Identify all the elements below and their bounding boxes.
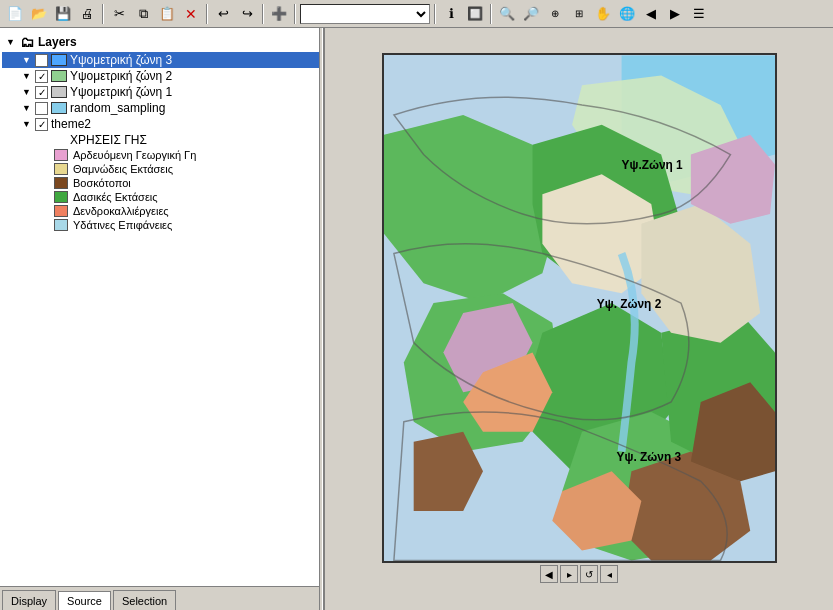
sep4 xyxy=(294,4,296,24)
help-button[interactable]: ☰ xyxy=(688,3,710,25)
layer-zone3[interactable]: ▼ Υψομετρική ζώνη 3 xyxy=(2,52,321,68)
panel-resize-handle[interactable] xyxy=(319,28,323,610)
map-bottom-toolbar: ◀ ▸ ↺ ◂ xyxy=(536,563,622,585)
svg-text:Υψ. Ζώνη 2: Υψ. Ζώνη 2 xyxy=(596,297,661,311)
pan-button[interactable]: ✋ xyxy=(592,3,614,25)
layer-zone2[interactable]: ▼ Υψομετρική ζώνη 2 xyxy=(2,68,321,84)
legend-label-orchards: Δενδροκαλλιέργειες xyxy=(73,205,169,217)
tab-display[interactable]: Display xyxy=(2,590,56,610)
sep3 xyxy=(262,4,264,24)
svg-text:Υψ.Ζώνη 1: Υψ.Ζώνη 1 xyxy=(621,158,683,172)
print-button[interactable]: 🖨 xyxy=(76,3,98,25)
redo-button[interactable]: ↪ xyxy=(236,3,258,25)
find-button[interactable]: 🔲 xyxy=(464,3,486,25)
layer-zone1-name: Υψομετρική ζώνη 1 xyxy=(70,85,317,99)
color-zone2 xyxy=(51,70,67,82)
layer-zone1[interactable]: ▼ Υψομετρική ζώνη 1 xyxy=(2,84,321,100)
expand-theme2-icon[interactable]: ▼ xyxy=(22,119,32,129)
cut-button[interactable]: ✂ xyxy=(108,3,130,25)
forward-button[interactable]: ▶ xyxy=(664,3,686,25)
panel-tabs: Display Source Selection xyxy=(0,586,323,610)
expand-zone1-icon[interactable]: ▼ xyxy=(22,87,32,97)
save-button[interactable]: 💾 xyxy=(52,3,74,25)
tab-selection[interactable]: Selection xyxy=(113,590,176,610)
checkbox-random[interactable] xyxy=(35,102,48,115)
expand-zone3-icon[interactable]: ▼ xyxy=(22,55,32,65)
legend-pasture: Βοσκότοποι xyxy=(2,176,321,190)
main-layout: ▼ 🗂 Layers ▼ Υψομετρική ζώνη 3 ▼ Υψομετρ… xyxy=(0,28,833,610)
layer-theme2-name: theme2 xyxy=(51,117,317,131)
delete-button[interactable]: ✕ xyxy=(180,3,202,25)
sep6 xyxy=(490,4,492,24)
color-zone3 xyxy=(51,54,67,66)
legend-color-forest xyxy=(54,191,68,203)
open-button[interactable]: 📂 xyxy=(28,3,50,25)
map-canvas[interactable]: Υψ.Ζώνη 1 Υψ. Ζώνη 2 Υψ. Ζώνη 3 xyxy=(382,53,777,563)
copy-button[interactable]: ⧉ xyxy=(132,3,154,25)
tab-source[interactable]: Source xyxy=(58,591,111,610)
map-play-button[interactable]: ▸ xyxy=(560,565,578,583)
zoom-in-button[interactable]: 🔍 xyxy=(496,3,518,25)
checkbox-theme2[interactable] xyxy=(35,118,48,131)
undo-button[interactable]: ↩ xyxy=(212,3,234,25)
map-next-button[interactable]: ◂ xyxy=(600,565,618,583)
legend-label-water: Υδάτινες Επιφάνειες xyxy=(73,219,172,231)
layer-random-name: random_sampling xyxy=(70,101,317,115)
color-zone1 xyxy=(51,86,67,98)
layers-folder-icon: 🗂 xyxy=(20,34,34,50)
layer-random[interactable]: ▼ random_sampling xyxy=(2,100,321,116)
paste-button[interactable]: 📋 xyxy=(156,3,178,25)
fixed-zoom-in-button[interactable]: ⊕ xyxy=(544,3,566,25)
globe-button[interactable]: 🌐 xyxy=(616,3,638,25)
layers-tree: ▼ 🗂 Layers ▼ Υψομετρική ζώνη 3 ▼ Υψομετρ… xyxy=(0,28,323,586)
new-button[interactable]: 📄 xyxy=(4,3,26,25)
layer-zone2-name: Υψομετρική ζώνη 2 xyxy=(70,69,317,83)
checkbox-zone3[interactable] xyxy=(35,54,48,67)
color-random xyxy=(51,102,67,114)
legend-color-pasture xyxy=(54,177,68,189)
expand-layers-icon[interactable]: ▼ xyxy=(6,37,16,47)
full-extent-button[interactable]: ⊞ xyxy=(568,3,590,25)
sep1 xyxy=(102,4,104,24)
legend-label-forest: Δασικές Εκτάσεις xyxy=(73,191,158,203)
sep5 xyxy=(434,4,436,24)
layer-zone3-name: Υψομετρική ζώνη 3 xyxy=(70,53,317,67)
main-toolbar: 📄 📂 💾 🖨 ✂ ⧉ 📋 ✕ ↩ ↪ ➕ ℹ 🔲 🔍 🔎 ⊕ ⊞ ✋ 🌐 ◀ … xyxy=(0,0,833,28)
sep2 xyxy=(206,4,208,24)
legend-color-water xyxy=(54,219,68,231)
zoom-out-button[interactable]: 🔎 xyxy=(520,3,542,25)
legend-color-irrigated xyxy=(54,149,68,161)
legend-color-shrubs xyxy=(54,163,68,175)
legend-label-shrubs: Θαμνώδεις Εκτάσεις xyxy=(73,163,173,175)
checkbox-zone2[interactable] xyxy=(35,70,48,83)
layers-title: Layers xyxy=(38,35,77,49)
map-svg: Υψ.Ζώνη 1 Υψ. Ζώνη 2 Υψ. Ζώνη 3 xyxy=(384,55,775,561)
legend-color-orchards xyxy=(54,205,68,217)
legend-forest: Δασικές Εκτάσεις xyxy=(2,190,321,204)
layers-header: ▼ 🗂 Layers xyxy=(2,32,321,52)
layer-dropdown[interactable] xyxy=(300,4,430,24)
expand-random-icon[interactable]: ▼ xyxy=(22,103,32,113)
legend-shrubs: Θαμνώδεις Εκτάσεις xyxy=(2,162,321,176)
map-refresh-button[interactable]: ↺ xyxy=(580,565,598,583)
theme2-sublabel-text: ΧΡΗΣΕΙΣ ΓΗΣ xyxy=(70,133,147,147)
expand-zone2-icon[interactable]: ▼ xyxy=(22,71,32,81)
legend-label-irrigated: Αρδευόμενη Γεωργική Γη xyxy=(73,149,196,161)
theme2-sublabel: ΧΡΗΣΕΙΣ ΓΗΣ xyxy=(2,132,321,148)
map-prev-button[interactable]: ◀ xyxy=(540,565,558,583)
add-data-button[interactable]: ➕ xyxy=(268,3,290,25)
layer-theme2[interactable]: ▼ theme2 xyxy=(2,116,321,132)
legend-orchards: Δενδροκαλλιέργειες xyxy=(2,204,321,218)
map-area: Υψ.Ζώνη 1 Υψ. Ζώνη 2 Υψ. Ζώνη 3 ◀ ▸ ↺ ◂ xyxy=(325,28,833,610)
back-button[interactable]: ◀ xyxy=(640,3,662,25)
checkbox-zone1[interactable] xyxy=(35,86,48,99)
legend-water: Υδάτινες Επιφάνειες xyxy=(2,218,321,232)
legend-irrigated: Αρδευόμενη Γεωργική Γη xyxy=(2,148,321,162)
svg-text:Υψ. Ζώνη 3: Υψ. Ζώνη 3 xyxy=(616,450,681,464)
layers-panel: ▼ 🗂 Layers ▼ Υψομετρική ζώνη 3 ▼ Υψομετρ… xyxy=(0,28,325,610)
identify-button[interactable]: ℹ xyxy=(440,3,462,25)
legend-label-pasture: Βοσκότοποι xyxy=(73,177,131,189)
